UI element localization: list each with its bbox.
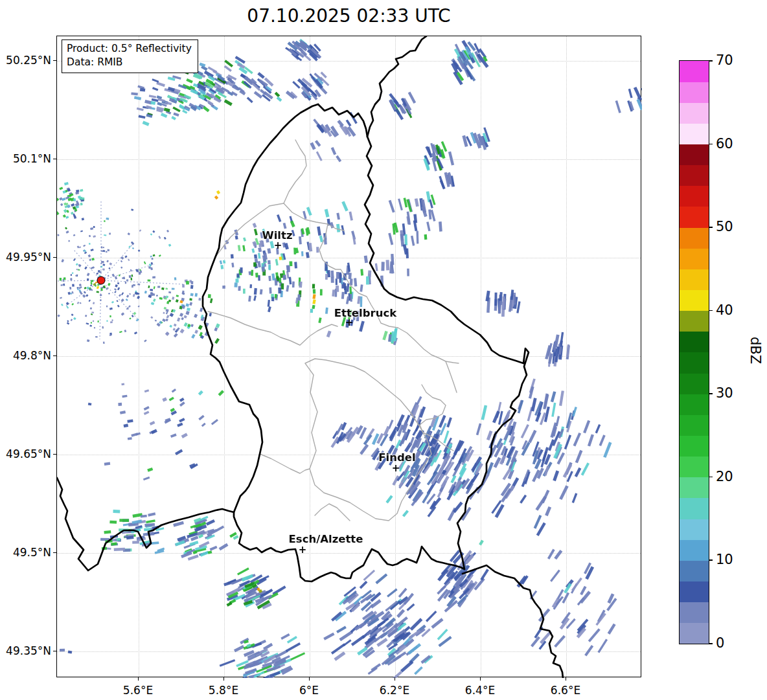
- lat-tick-mark: [53, 159, 56, 159]
- colorbar-band: [680, 61, 709, 82]
- district-border: [284, 140, 306, 203]
- lat-tick-mark: [53, 257, 56, 258]
- colorbar-band: [680, 623, 709, 644]
- colorbar-band: [680, 123, 709, 144]
- city-marker: +: [345, 318, 354, 328]
- lat-tick-label: 50.1°N: [13, 152, 51, 165]
- radar-clutter-spoke: [66, 280, 101, 306]
- lon-tick-mark: [480, 677, 481, 681]
- colorbar-tick-mark: [709, 60, 713, 62]
- city-label-ettelbruck: Ettelbruck: [334, 307, 396, 319]
- colorbar-band: [680, 581, 709, 603]
- lat-tick-mark: [53, 356, 56, 356]
- lat-tick-label: 49.5°N: [13, 546, 51, 559]
- colorbar-tick-mark: [709, 643, 713, 644]
- district-border: [208, 311, 338, 345]
- colorbar-band: [680, 539, 709, 561]
- colorbar-tick-mark: [709, 227, 713, 228]
- lat-tick-label: 49.35°N: [6, 644, 51, 657]
- colorbar-band: [680, 82, 709, 103]
- radar-clutter-spoke: [100, 280, 101, 339]
- colorbar-axis-label: dBZ: [748, 337, 763, 364]
- colorbar-tick-mark: [709, 310, 713, 311]
- lon-tick-mark: [566, 677, 566, 681]
- radar-site-marker: [97, 277, 106, 285]
- colorbar-tick-label: 30: [716, 385, 733, 401]
- colorbar-band: [680, 477, 709, 499]
- colorbar-band: [680, 332, 709, 353]
- city-marker: +: [274, 241, 282, 251]
- colorbar-tick-mark: [709, 477, 713, 478]
- lat-tick-label: 49.65°N: [6, 447, 51, 460]
- colorbar-band: [680, 414, 709, 436]
- data-source-label: Data: RMIB: [67, 56, 192, 69]
- colorbar-band: [680, 102, 709, 124]
- page-title: 07.10.2025 02:33 UTC: [56, 5, 641, 27]
- colorbar-band: [680, 165, 709, 186]
- colorbar-band: [680, 248, 709, 269]
- radar-clutter-spoke: [101, 245, 132, 280]
- radar-clutter-spoke: [101, 280, 137, 319]
- lon-tick-label: 6.6°E: [551, 684, 580, 697]
- colorbar-band: [680, 602, 709, 624]
- district-border: [305, 359, 431, 521]
- colorbar-tick-mark: [709, 144, 713, 145]
- colorbar-tick-label: 20: [716, 469, 733, 484]
- country-border: [203, 104, 529, 581]
- colorbar-tick-label: 70: [716, 52, 733, 68]
- colorbar-band: [680, 373, 709, 394]
- radar-clutter-spoke: [101, 264, 154, 280]
- colorbar-tick-label: 10: [716, 552, 733, 567]
- city-marker: +: [392, 464, 400, 473]
- colorbar-band: [680, 519, 709, 540]
- radar-clutter-spoke: [74, 250, 101, 280]
- country-border: [57, 478, 234, 570]
- district-border: [315, 504, 350, 521]
- colorbar-band: [680, 227, 709, 249]
- district-border: [446, 361, 457, 392]
- district-border: [398, 328, 459, 363]
- lon-tick-mark: [223, 677, 224, 681]
- product-label: Product: 0.5° Reflectivity: [67, 42, 192, 56]
- city-marker: +: [299, 545, 307, 555]
- colorbar-band: [680, 352, 709, 374]
- border-overlay: [57, 36, 642, 678]
- lat-tick-mark: [53, 60, 56, 61]
- lat-tick-mark: [53, 651, 56, 651]
- colorbar-band: [680, 290, 709, 311]
- lon-tick-mark: [395, 677, 395, 681]
- colorbar-band: [680, 311, 709, 332]
- colorbar-band: [680, 144, 709, 166]
- lon-tick-label: 6.4°E: [465, 684, 495, 697]
- country-border: [367, 36, 426, 137]
- colorbar: [679, 60, 709, 644]
- colorbar-tick-label: 40: [716, 302, 733, 318]
- district-border: [260, 454, 310, 473]
- colorbar-tick-mark: [709, 393, 713, 394]
- radar-viewer: 07.10.2025 02:33 UTC Product: 0.5° Refle…: [0, 0, 767, 700]
- lon-tick-label: 6°E: [299, 684, 319, 697]
- colorbar-tick-label: 50: [716, 219, 733, 234]
- colorbar-band: [680, 207, 709, 228]
- colorbar-tick-mark: [709, 559, 713, 561]
- map-plot: Product: 0.5° Reflectivity Data: RMIB Wi…: [56, 36, 641, 677]
- colorbar-tick-label: 0: [716, 635, 724, 651]
- colorbar-band: [680, 498, 709, 519]
- lon-tick-label: 5.6°E: [123, 684, 153, 697]
- colorbar-band: [680, 436, 709, 457]
- colorbar-band: [680, 560, 709, 581]
- lat-tick-mark: [53, 454, 56, 455]
- lat-tick-label: 49.8°N: [13, 349, 51, 362]
- product-info-box: Product: 0.5° Reflectivity Data: RMIB: [62, 40, 198, 73]
- lat-tick-mark: [53, 552, 56, 553]
- lon-tick-label: 6.2°E: [380, 684, 409, 697]
- radar-clutter-spoke: [101, 280, 184, 284]
- colorbar-band: [680, 394, 709, 415]
- colorbar-band: [680, 186, 709, 207]
- colorbar-tick-label: 60: [716, 136, 733, 152]
- radar-clutter-spoke: [57, 280, 101, 281]
- lon-tick-mark: [309, 677, 310, 681]
- lat-tick-label: 50.25°N: [6, 54, 51, 67]
- lat-tick-label: 49.95°N: [6, 251, 51, 264]
- country-border: [463, 565, 563, 678]
